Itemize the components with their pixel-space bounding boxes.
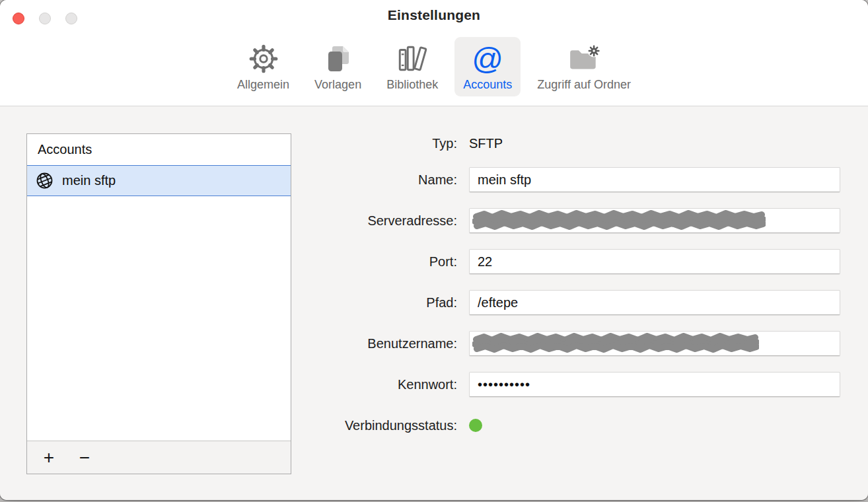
typ-row: Typ: SFTP — [297, 131, 840, 156]
accounts-list-panel: Accounts mein sftp — [26, 133, 291, 474]
name-row: Name: — [297, 167, 840, 192]
tab-label: Zugriff auf Ordner — [537, 78, 631, 92]
port-label: Port: — [297, 254, 469, 269]
pfad-row: Pfad: — [297, 290, 840, 315]
benutzername-row: Benutzername: — [297, 331, 840, 356]
accounts-list-body — [27, 196, 291, 441]
documents-icon — [322, 40, 354, 75]
tab-label: Vorlagen — [314, 78, 361, 92]
add-account-button[interactable]: + — [36, 445, 61, 471]
accounts-list-footer: + − — [27, 441, 291, 474]
tab-label: Allgemein — [237, 78, 289, 92]
pfad-field[interactable] — [469, 290, 840, 315]
verbindungsstatus-label: Verbindungsstatus: — [297, 418, 469, 433]
tab-label: Accounts — [463, 78, 512, 92]
serveradresse-field[interactable] — [469, 208, 840, 233]
account-form: Typ: SFTP Name: Serveradresse: — [297, 131, 840, 454]
benutzername-field[interactable] — [469, 331, 840, 356]
kennwort-row: Kennwort: — [297, 372, 840, 397]
window-title: Einstellungen — [388, 7, 480, 23]
name-field[interactable] — [469, 167, 840, 192]
zoom-button[interactable] — [65, 13, 77, 24]
accounts-list-header: Accounts — [27, 134, 291, 165]
folder-gear-icon — [567, 40, 601, 75]
kennwort-field[interactable] — [469, 372, 840, 397]
gear-icon — [247, 40, 280, 75]
benutzername-label: Benutzername: — [297, 336, 469, 351]
minimize-button[interactable] — [39, 13, 51, 24]
window-chrome: Einstellungen — [0, 0, 868, 106]
connection-status-indicator — [469, 419, 482, 432]
account-list-item[interactable]: mein sftp — [27, 165, 291, 196]
typ-value: SFTP — [469, 136, 503, 151]
close-button[interactable] — [13, 13, 24, 24]
toolbar-tabs: Allgemein Vorlagen — [0, 30, 868, 106]
serveradresse-row: Serveradresse: — [297, 208, 840, 233]
tab-accounts[interactable]: @ Accounts — [454, 37, 521, 96]
globe-icon — [36, 172, 54, 190]
tab-label: Bibliothek — [386, 78, 438, 92]
port-row: Port: — [297, 249, 840, 274]
traffic-lights — [13, 13, 77, 24]
typ-label: Typ: — [297, 136, 469, 151]
tab-bibliothek[interactable]: Bibliothek — [378, 37, 447, 96]
account-name: mein sftp — [62, 173, 116, 188]
kennwort-label: Kennwort: — [297, 377, 469, 392]
port-field[interactable] — [469, 249, 840, 274]
pfad-label: Pfad: — [297, 295, 469, 310]
accounts-pane: Accounts mein sftp — [0, 106, 868, 500]
remove-account-button[interactable]: − — [72, 445, 97, 471]
tab-allgemein[interactable]: Allgemein — [229, 37, 298, 96]
at-icon: @ — [472, 40, 503, 75]
books-icon — [396, 40, 429, 75]
tab-zugriff-auf-ordner[interactable]: Zugriff auf Ordner — [528, 37, 639, 96]
tab-vorlagen[interactable]: Vorlagen — [306, 37, 370, 96]
verbindungsstatus-row: Verbindungsstatus: — [297, 413, 840, 438]
name-label: Name: — [297, 172, 469, 188]
titlebar: Einstellungen — [0, 0, 868, 30]
serveradresse-label: Serveradresse: — [297, 213, 469, 229]
settings-window: Einstellungen — [0, 0, 868, 500]
